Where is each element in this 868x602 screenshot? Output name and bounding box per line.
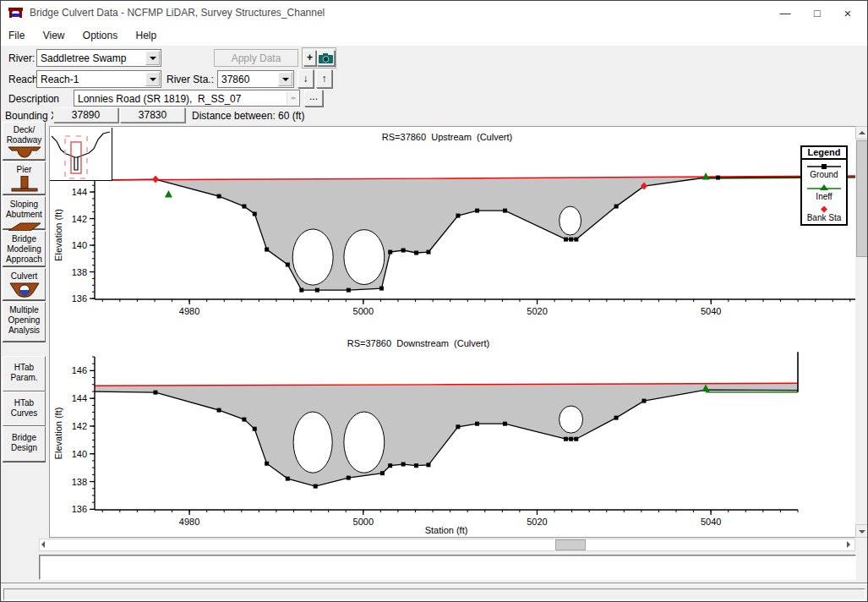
description-label: Description	[8, 93, 59, 105]
svg-text:142: 142	[72, 214, 87, 224]
svg-text:146: 146	[72, 365, 87, 375]
camera-icon	[319, 53, 333, 63]
minimize-button[interactable]: —	[771, 1, 800, 26]
svg-text:5020: 5020	[527, 306, 547, 316]
description-field[interactable]: Lonnies Road (SR 1819), R_SS_07	[74, 90, 300, 107]
ground-line-sample	[805, 162, 843, 170]
vertical-scroll-thumb[interactable]	[856, 140, 868, 257]
description-spinner[interactable]	[287, 91, 298, 105]
svg-text:140: 140	[72, 449, 87, 459]
sidebar-item-pier[interactable]: Pier	[3, 161, 46, 194]
menu-view[interactable]: View	[35, 26, 73, 41]
svg-text:144: 144	[72, 393, 87, 403]
legend-entry-bank-sta: Bank Sta	[802, 205, 846, 224]
sidebar-item-bridge-design[interactable]: Bridge Design	[3, 426, 46, 462]
svg-text:138: 138	[72, 267, 87, 277]
bank-sta-marker-sample	[805, 205, 843, 213]
distance-between-text: Distance between: 60 (ft)	[192, 110, 304, 122]
maximize-button[interactable]: □	[803, 1, 832, 26]
svg-text:136: 136	[72, 504, 87, 514]
plot-legend: Legend Ground Ineff Bank Sta	[800, 145, 848, 226]
reach-select[interactable]: Reach-1	[36, 70, 161, 88]
sidebar-item-htab-param[interactable]: HTab Param.	[3, 356, 46, 391]
plot-vertical-scrollbar[interactable]	[855, 126, 868, 538]
camera-button[interactable]	[317, 50, 335, 66]
scroll-down-icon	[859, 530, 865, 534]
scroll-up-icon	[859, 131, 865, 134]
legend-title: Legend	[802, 147, 846, 160]
river-sta-select[interactable]: 37860	[217, 70, 294, 88]
sidebar-item-culvert[interactable]: Culvert	[3, 268, 46, 300]
legend-entry-ineff: Ineff	[802, 183, 846, 203]
svg-text:RS=37860 Upstream (Culvert): RS=37860 Upstream (Culvert)	[382, 132, 512, 142]
sidebar-item-htab-curves[interactable]: HTab Curves	[3, 391, 46, 426]
svg-text:5020: 5020	[527, 517, 547, 527]
deck-roadway-icon	[8, 146, 41, 159]
svg-text:4980: 4980	[179, 517, 199, 527]
scroll-up-button[interactable]	[855, 126, 868, 140]
horizontal-scroll-thumb[interactable]	[555, 539, 586, 550]
menu-bar: File View Options Help	[1, 26, 867, 46]
close-button[interactable]: ×	[833, 1, 862, 26]
svg-text:5040: 5040	[701, 306, 721, 316]
app-bridge-icon	[8, 7, 23, 19]
river-sta-dropdown-icon[interactable]	[278, 72, 292, 86]
reach-dropdown-icon[interactable]	[145, 72, 160, 86]
status-divider	[1, 583, 867, 584]
description-more-button[interactable]: ...	[304, 90, 323, 107]
river-sta-label: River Sta.:	[167, 74, 214, 85]
status-bar	[3, 588, 865, 600]
ineff-line-sample	[805, 183, 843, 192]
cross-section-plot-panel: 1441421401381364980500050205040RS=37860 …	[49, 126, 856, 538]
culvert-icon	[9, 282, 40, 298]
window-title: Bridge Culvert Data - NCFMP LiDAR, Surve…	[30, 7, 325, 19]
bounding-xs-upstream-button[interactable]: 37890	[53, 107, 118, 123]
svg-text:5040: 5040	[701, 517, 721, 527]
svg-text:142: 142	[72, 421, 87, 431]
sidebar-item-sloping-abutment[interactable]: Sloping Abutment	[3, 196, 46, 229]
river-dropdown-icon[interactable]	[145, 51, 160, 65]
message-box	[39, 555, 856, 580]
horizontal-scroll-track[interactable]	[51, 539, 843, 550]
overview-thumbnail[interactable]	[50, 128, 112, 181]
scroll-down-button[interactable]	[855, 524, 868, 538]
menu-file[interactable]: File	[1, 26, 32, 41]
plot-tools-group: +	[302, 47, 336, 68]
overview-thumbnail-plot	[50, 128, 112, 180]
scroll-left-button[interactable]	[40, 539, 51, 550]
sidebar-item-multiple-opening-analysis[interactable]: Multiple Opening Analysis	[3, 302, 46, 342]
menu-options[interactable]: Options	[75, 26, 125, 41]
bounding-xs-downstream-button[interactable]: 37830	[120, 107, 185, 123]
sidebar-item-bridge-modeling-approach[interactable]: Bridge Modeling Approach	[3, 231, 46, 266]
title-bar: Bridge Culvert Data - NCFMP LiDAR, Surve…	[1, 1, 867, 26]
scroll-right-button[interactable]	[843, 539, 854, 550]
svg-text:RS=37860 Downstream (Culvert: RS=37860 Downstream (Culvert)	[347, 338, 489, 348]
svg-text:144: 144	[72, 187, 87, 197]
svg-text:4980: 4980	[179, 306, 199, 316]
svg-text:5000: 5000	[353, 306, 374, 316]
apply-data-button[interactable]: Apply Data	[214, 49, 298, 67]
legend-entry-ground: Ground	[802, 162, 846, 181]
river-label: River:	[8, 52, 35, 64]
plot-horizontal-scrollbar[interactable]	[39, 539, 855, 551]
sidebar-item-deck-roadway[interactable]: Deck/ Roadway	[3, 122, 46, 160]
next-downstream-button[interactable]: ↓	[298, 69, 314, 88]
next-upstream-button[interactable]: ↑	[316, 69, 332, 88]
svg-text:138: 138	[72, 477, 87, 487]
bridge-culvert-data-window: Bridge Culvert Data - NCFMP LiDAR, Surve…	[0, 0, 868, 602]
add-culvert-button[interactable]: +	[303, 50, 316, 66]
menu-help[interactable]: Help	[128, 26, 165, 41]
svg-text:Elevation (ft): Elevation (ft)	[53, 408, 63, 460]
river-select[interactable]: Saddletree Swamp	[36, 49, 161, 67]
pier-icon	[10, 176, 39, 193]
svg-text:136: 136	[72, 293, 87, 304]
svg-text:Station (ft): Station (ft)	[425, 525, 468, 535]
svg-text:Elevation (ft): Elevation (ft)	[53, 209, 63, 261]
scroll-right-icon	[847, 541, 850, 548]
scroll-left-icon	[41, 541, 45, 548]
culvert-plots: 1441421401381364980500050205040RS=37860 …	[50, 127, 855, 537]
svg-text:5000: 5000	[353, 517, 374, 527]
svg-text:140: 140	[72, 240, 87, 250]
